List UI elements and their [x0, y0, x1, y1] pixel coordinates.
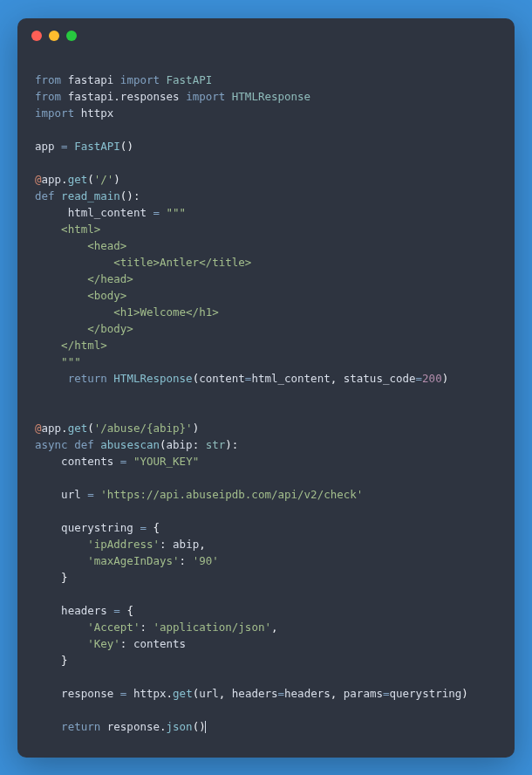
- variable: url: [61, 488, 81, 501]
- variable: app: [35, 140, 55, 153]
- string: <title>Antler</title>: [35, 256, 251, 269]
- string: "YOUR_KEY": [133, 455, 199, 468]
- kwarg: content: [199, 372, 245, 385]
- operator: =: [120, 455, 127, 468]
- comma: ,: [331, 372, 338, 385]
- keyword-from: from: [35, 90, 61, 103]
- variable: app: [42, 173, 62, 186]
- brace: {: [153, 521, 160, 534]
- decorator-at: @: [35, 422, 42, 435]
- variable: app: [42, 422, 62, 435]
- number: 200: [422, 372, 442, 385]
- variable: html_content: [251, 372, 330, 385]
- variable: response: [107, 720, 160, 733]
- kwarg: params: [344, 687, 383, 700]
- variable: querystring: [61, 521, 133, 534]
- brace: }: [61, 571, 68, 584]
- string: <h1>Welcome</h1>: [35, 305, 219, 319]
- string: <html>: [35, 223, 100, 236]
- colon: :: [133, 189, 140, 202]
- class-name: HTMLResponse: [232, 90, 310, 103]
- class-name: FastAPI: [167, 73, 213, 86]
- keyword-import: import: [186, 90, 225, 103]
- paren: (: [87, 422, 94, 435]
- variable: contents: [61, 455, 113, 468]
- maximize-icon[interactable]: [66, 31, 77, 41]
- function-name: read_main: [61, 189, 120, 202]
- colon: :: [232, 438, 239, 451]
- keyword-from: from: [35, 73, 61, 86]
- comma: ,: [271, 621, 278, 634]
- colon: :: [120, 637, 127, 650]
- colon: :: [193, 438, 200, 451]
- module-name: responses: [120, 90, 180, 103]
- keyword-async: async: [35, 438, 68, 451]
- string: 'Accept': [87, 621, 140, 634]
- string: '90': [193, 554, 219, 567]
- parens: (): [120, 189, 133, 202]
- string: """: [167, 206, 187, 219]
- dot: .: [61, 422, 68, 435]
- variable: headers: [284, 687, 331, 700]
- window-titlebar: [17, 18, 515, 50]
- dot: .: [160, 720, 167, 733]
- comma: ,: [199, 538, 206, 551]
- paren: (: [87, 173, 94, 186]
- operator: =: [416, 372, 423, 385]
- paren: (: [160, 438, 167, 451]
- keyword-return: return: [61, 720, 100, 733]
- close-icon[interactable]: [31, 31, 42, 41]
- paren: ): [461, 687, 468, 700]
- string: '/': [94, 173, 114, 186]
- kwarg: status_code: [344, 372, 416, 385]
- variable: html_content: [68, 206, 147, 219]
- variable: querystring: [390, 687, 462, 700]
- keyword-def: def: [35, 189, 55, 202]
- keyword-import: import: [120, 73, 160, 86]
- keyword-return: return: [68, 372, 107, 385]
- method: json: [167, 720, 193, 733]
- kwarg: headers: [232, 687, 278, 700]
- type: str: [206, 438, 226, 451]
- colon: :: [140, 621, 147, 634]
- operator: =: [87, 488, 94, 501]
- variable: abip: [173, 538, 199, 551]
- dot: .: [167, 687, 174, 700]
- method: get: [173, 687, 193, 700]
- paren: ): [442, 372, 449, 385]
- minimize-icon[interactable]: [49, 31, 59, 41]
- comma: ,: [331, 687, 338, 700]
- string: </body>: [35, 322, 133, 335]
- string: <body>: [35, 289, 126, 302]
- operator: =: [140, 521, 147, 534]
- param: abip: [167, 438, 193, 451]
- module-ref: httpx: [133, 687, 167, 700]
- function-call: FastAPI: [74, 140, 120, 153]
- operator: =: [278, 687, 285, 700]
- cursor-icon: [205, 721, 206, 733]
- string: </html>: [35, 339, 107, 352]
- brace: {: [126, 604, 133, 617]
- function-call: HTMLResponse: [113, 372, 192, 385]
- string: 'https://api.abuseipdb.com/api/v2/check': [100, 488, 363, 501]
- keyword-import: import: [35, 106, 74, 120]
- operator: =: [153, 206, 160, 219]
- function-name: abusescan: [100, 438, 160, 451]
- string: 'ipAddress': [87, 538, 160, 551]
- operator: =: [120, 687, 127, 700]
- paren: ): [113, 173, 120, 186]
- comma: ,: [219, 687, 226, 700]
- variable: contents: [133, 637, 186, 650]
- module-name: fastapi: [68, 73, 114, 86]
- colon: :: [180, 554, 187, 567]
- string: 'application/json': [153, 621, 271, 634]
- string: </head>: [35, 272, 133, 285]
- paren: ): [193, 422, 200, 435]
- string: """: [35, 355, 81, 368]
- paren: ): [126, 140, 133, 153]
- paren: ): [225, 438, 232, 451]
- brace: }: [61, 654, 68, 667]
- code-content[interactable]: from fastapi import FastAPI from fastapi…: [17, 50, 515, 758]
- dot: .: [61, 173, 68, 186]
- decorator-at: @: [35, 173, 42, 186]
